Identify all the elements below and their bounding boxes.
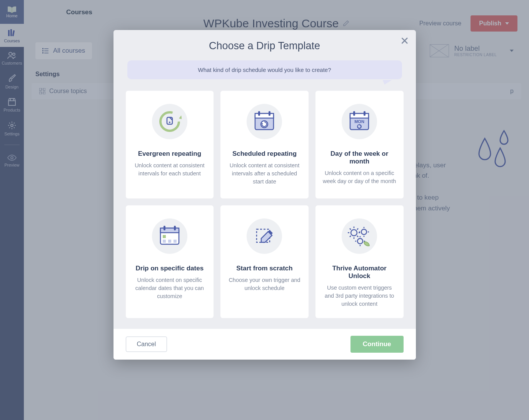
- modal-title: Choose a Drip Template: [126, 40, 404, 52]
- modal-footer: Cancel Continue: [113, 329, 416, 360]
- template-title: Evergreen repeating: [138, 150, 201, 158]
- svg-rect-36: [163, 240, 166, 243]
- svg-point-42: [357, 238, 363, 244]
- svg-text:MON: MON: [354, 119, 364, 124]
- svg-point-41: [361, 229, 367, 235]
- svg-rect-23: [269, 111, 270, 116]
- calendar-mon-icon: MON: [342, 104, 377, 139]
- drip-template-modal: ✕ Choose a Drip Template What kind of dr…: [113, 30, 416, 360]
- modal-overlay: ✕ Choose a Drip Template What kind of dr…: [0, 0, 529, 420]
- svg-rect-32: [160, 228, 179, 233]
- blank-pencil-icon: [247, 218, 282, 254]
- evergreen-cycle-icon: [152, 104, 187, 139]
- template-title: Thrive Automator Unlock: [322, 265, 397, 280]
- template-grid: Evergreen repeating Unlock content at co…: [126, 91, 404, 318]
- svg-rect-34: [174, 226, 176, 230]
- modal-question-bubble: What kind of drip schedule would you lik…: [127, 60, 402, 79]
- svg-rect-38: [174, 240, 177, 243]
- template-title: Start from scratch: [236, 265, 292, 272]
- template-desc: Use custom event triggers and 3rd party …: [322, 284, 397, 308]
- close-icon: ✕: [400, 35, 409, 47]
- svg-rect-28: [364, 111, 365, 116]
- template-desc: Unlock content on a specific week day or…: [322, 169, 397, 185]
- gears-leaf-icon: [342, 218, 377, 254]
- svg-rect-26: [350, 113, 369, 118]
- cancel-button[interactable]: Cancel: [126, 337, 167, 352]
- svg-rect-27: [353, 111, 355, 116]
- svg-rect-22: [258, 111, 260, 116]
- template-title: Day of the week or month: [322, 150, 397, 165]
- template-desc: Unlock content at consistent intervals a…: [227, 162, 302, 186]
- svg-rect-33: [164, 226, 165, 230]
- svg-rect-21: [255, 113, 274, 118]
- template-automator[interactable]: Thrive Automator Unlock Use custom event…: [315, 205, 404, 318]
- calendar-cycle-icon: [247, 104, 282, 139]
- template-title: Scheduled repeating: [232, 150, 297, 158]
- svg-rect-37: [168, 240, 171, 243]
- template-desc: Choose your own trigger and unlock sched…: [227, 276, 302, 292]
- svg-point-40: [351, 230, 357, 236]
- template-from-scratch[interactable]: Start from scratch Choose your own trigg…: [220, 205, 309, 318]
- calendar-dates-icon: [152, 218, 187, 254]
- svg-rect-35: [163, 235, 166, 238]
- template-evergreen[interactable]: Evergreen repeating Unlock content at co…: [126, 91, 214, 198]
- template-desc: Unlock content at consistent intervals f…: [133, 162, 207, 178]
- template-day-of-week[interactable]: MON Day of the week or month Unlock cont…: [315, 91, 404, 198]
- svg-point-19: [169, 122, 170, 123]
- template-desc: Unlock content on specific calendar date…: [133, 276, 207, 300]
- close-button[interactable]: ✕: [400, 35, 409, 47]
- template-title: Drip on specific dates: [135, 265, 204, 272]
- continue-button[interactable]: Continue: [350, 336, 404, 353]
- template-scheduled[interactable]: Scheduled repeating Unlock content at co…: [220, 91, 309, 198]
- template-specific-dates[interactable]: Drip on specific dates Unlock content on…: [126, 205, 214, 318]
